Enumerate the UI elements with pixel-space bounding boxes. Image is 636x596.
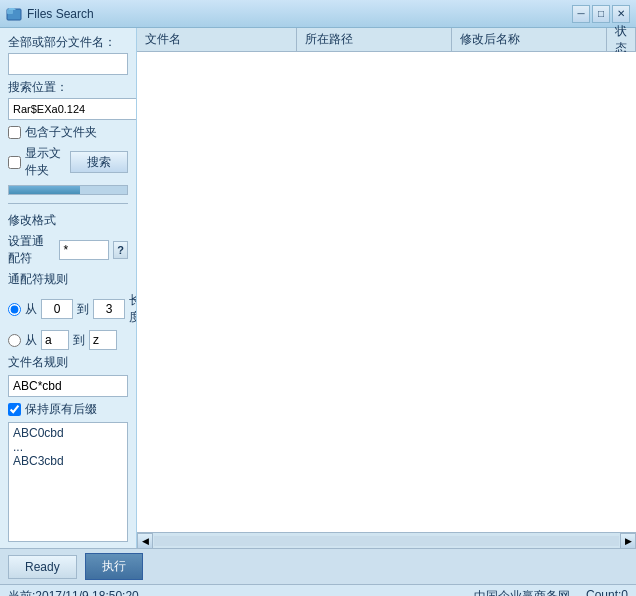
wildcard-row: 设置通配符 ? (8, 233, 128, 267)
filename-section: 全部或部分文件名： (8, 34, 128, 75)
filename-label: 全部或部分文件名： (8, 34, 128, 51)
col-header-newname: 修改后名称 (452, 28, 607, 51)
filename-input[interactable] (8, 53, 128, 75)
search-location-label: 搜索位置： (8, 79, 128, 96)
left-panel: 全部或部分文件名： 搜索位置： 包含子文件夹 显示文件夹 (0, 28, 137, 548)
preview-line-2: ... (13, 440, 123, 454)
range2-radio[interactable] (8, 334, 21, 347)
filename-rule-label: 文件名规则 (8, 354, 128, 371)
scroll-left-button[interactable]: ◀ (137, 533, 153, 549)
preview-area: ABC0cbd ... ABC3cbd (8, 422, 128, 542)
search-location-section: 搜索位置： (8, 79, 128, 120)
range1-len-label: 长度 (129, 292, 137, 326)
wildcard-label: 设置通配符 (8, 233, 55, 267)
filename-rule-input[interactable] (8, 375, 128, 397)
table-header: 文件名 所在路径 修改后名称 状态 (137, 28, 636, 52)
keep-suffix-checkbox[interactable] (8, 403, 21, 416)
range2-from-input[interactable] (41, 330, 69, 350)
right-panel: 文件名 所在路径 修改后名称 状态 ◀ ▶ (137, 28, 636, 548)
range2-to-label: 到 (73, 332, 85, 349)
range2-from-label: 从 (25, 332, 37, 349)
horizontal-scrollbar[interactable]: ◀ ▶ (137, 532, 636, 548)
status-bar: 当前:2017/11/9 18:50:20 中国企业赢商务网 Count:0 (0, 584, 636, 596)
app-icon (6, 6, 22, 22)
status-right: 中国企业赢商务网 Count:0 (474, 588, 628, 596)
range1-row: 从 到 长度 1 2 3 (8, 292, 128, 326)
close-button[interactable]: ✕ (612, 5, 630, 23)
keep-suffix-label: 保持原有后缀 (25, 401, 97, 418)
action-bar: Ready 执行 (0, 548, 636, 584)
ready-button[interactable]: Ready (8, 555, 77, 579)
keep-suffix-row: 保持原有后缀 (8, 401, 128, 418)
window-title: Files Search (27, 7, 94, 21)
divider-1 (8, 203, 128, 204)
title-bar-left: Files Search (6, 6, 94, 22)
search-path-input[interactable] (8, 98, 137, 120)
wildcard-input[interactable] (59, 240, 109, 260)
execute-button[interactable]: 执行 (85, 553, 143, 580)
modify-format-label: 修改格式 (8, 212, 128, 229)
table-body (137, 52, 636, 532)
range2-row: 从 到 (8, 330, 128, 350)
status-website: 中国企业赢商务网 (474, 588, 570, 596)
search-button[interactable]: 搜索 (70, 151, 128, 173)
col-header-status: 状态 (607, 28, 636, 51)
scroll-right-button[interactable]: ▶ (620, 533, 636, 549)
search-location-row (8, 98, 128, 120)
title-bar: Files Search ─ □ ✕ (0, 0, 636, 28)
main-container: 全部或部分文件名： 搜索位置： 包含子文件夹 显示文件夹 (0, 28, 636, 548)
restore-button[interactable]: □ (592, 5, 610, 23)
wildcard-rule-label: 通配符规则 (8, 271, 128, 288)
scroll-track (154, 536, 619, 546)
range1-from-input[interactable] (41, 299, 73, 319)
status-datetime: 当前:2017/11/9 18:50:20 (8, 588, 139, 596)
range1-from-label: 从 (25, 301, 37, 318)
show-folders-row: 显示文件夹 (8, 145, 66, 179)
progress-bar-inner (9, 186, 80, 194)
title-controls: ─ □ ✕ (572, 5, 630, 23)
show-folders-search-row: 显示文件夹 搜索 (8, 145, 128, 179)
preview-line-1: ABC0cbd (13, 426, 123, 440)
range1-radio[interactable] (8, 303, 21, 316)
range2-to-input[interactable] (89, 330, 117, 350)
range1-to-input[interactable] (93, 299, 125, 319)
include-subfolders-checkbox[interactable] (8, 126, 21, 139)
include-subfolders-label: 包含子文件夹 (25, 124, 97, 141)
include-subfolders-row: 包含子文件夹 (8, 124, 128, 141)
minimize-button[interactable]: ─ (572, 5, 590, 23)
col-header-filename: 文件名 (137, 28, 297, 51)
range1-to-label: 到 (77, 301, 89, 318)
show-folders-checkbox[interactable] (8, 156, 21, 169)
col-header-path: 所在路径 (297, 28, 452, 51)
preview-line-3: ABC3cbd (13, 454, 123, 468)
status-count: Count:0 (586, 588, 628, 596)
progress-bar (8, 185, 128, 195)
help-button[interactable]: ? (113, 241, 128, 259)
show-folders-label: 显示文件夹 (25, 145, 66, 179)
